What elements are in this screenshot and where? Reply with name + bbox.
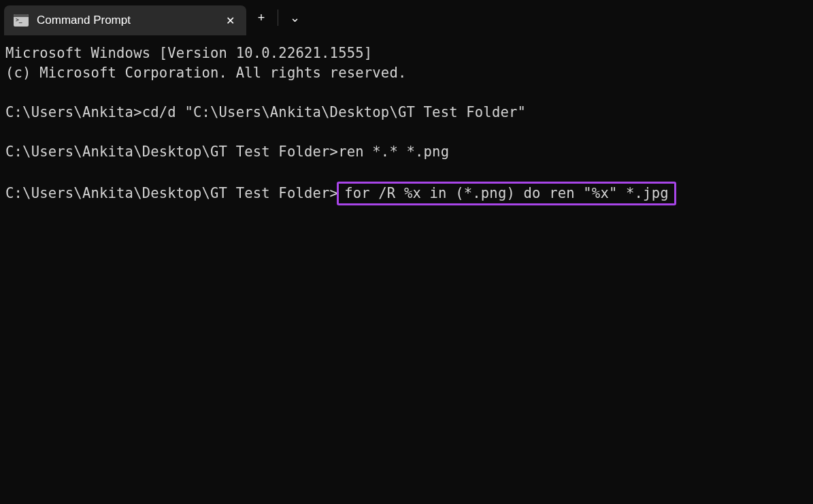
copyright-line: (c) Microsoft Corporation. All rights re…	[5, 63, 808, 83]
command-text: for /R %x in (*.png) do ren "%x" *.jpg	[344, 185, 669, 201]
tab-divider	[278, 10, 278, 26]
blank-line	[5, 122, 808, 142]
tab-title: Command Prompt	[37, 14, 222, 27]
command-text: cd/d "C:\Users\Ankita\Desktop\GT Test Fo…	[142, 104, 526, 120]
tab-controls: + ⌄	[246, 0, 310, 35]
version-line: Microsoft Windows [Version 10.0.22621.15…	[5, 44, 808, 63]
blank-line	[5, 162, 808, 182]
titlebar: Command Prompt ✕ + ⌄	[0, 0, 813, 35]
new-tab-button[interactable]: +	[246, 3, 276, 33]
close-tab-button[interactable]: ✕	[222, 12, 238, 29]
prompt: C:\Users\Ankita\Desktop\GT Test Folder>	[5, 144, 338, 160]
command-line-3: C:\Users\Ankita\Desktop\GT Test Folder>f…	[5, 182, 808, 205]
active-tab[interactable]: Command Prompt ✕	[4, 5, 246, 35]
tab-dropdown-button[interactable]: ⌄	[280, 3, 310, 33]
terminal-icon	[14, 14, 29, 27]
prompt: C:\Users\Ankita>	[5, 104, 142, 120]
prompt: C:\Users\Ankita\Desktop\GT Test Folder>	[5, 184, 338, 203]
highlighted-command: for /R %x in (*.png) do ren "%x" *.jpg	[337, 182, 676, 205]
blank-line	[5, 83, 808, 103]
command-line-2: C:\Users\Ankita\Desktop\GT Test Folder>r…	[5, 142, 808, 162]
command-text: ren *.* *.png	[338, 144, 449, 160]
command-line-1: C:\Users\Ankita>cd/d "C:\Users\Ankita\De…	[5, 103, 808, 122]
terminal-output[interactable]: Microsoft Windows [Version 10.0.22621.15…	[0, 35, 813, 214]
